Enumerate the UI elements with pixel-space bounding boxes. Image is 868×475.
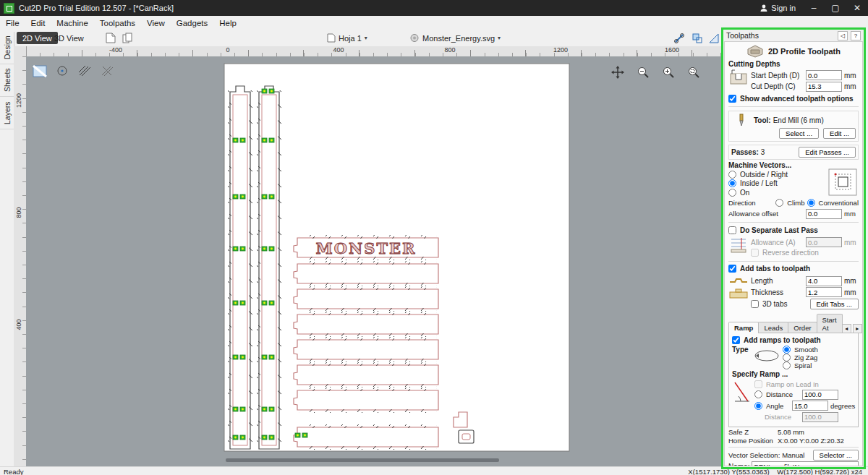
close-button[interactable]: ✕ [846, 0, 868, 16]
sidebar-tab-sheets[interactable]: Sheets [0, 64, 14, 97]
reverse-direction-label: Reverse direction [762, 249, 819, 257]
conventional-radio[interactable] [807, 199, 815, 207]
outside-right-label: Outside / Right [740, 171, 788, 179]
options-tab-strip: Ramp Leads Order Start At ◂ ▸ [728, 314, 859, 333]
ramp-angle-radio[interactable] [754, 402, 762, 410]
specify-ramp-heading: Specify Ramp ... [732, 370, 855, 378]
passes-value: 3 [761, 148, 765, 156]
pin-panel-icon[interactable]: ◁ [838, 31, 848, 40]
import-panel-button[interactable] [32, 64, 48, 78]
tab-3d-view[interactable]: 3D View [48, 32, 90, 44]
tab-ramp[interactable]: Ramp [728, 322, 759, 333]
sheet-selector[interactable]: Hoja 1 ▾ [327, 32, 367, 44]
sign-in-button[interactable]: Sign in [752, 0, 803, 16]
tab-length-input[interactable] [806, 276, 842, 286]
add-tabs-checkbox[interactable] [728, 265, 736, 273]
ruler-label: 1200 [15, 90, 22, 111]
show-advanced-checkbox[interactable] [728, 95, 736, 103]
3d-tabs-checkbox[interactable] [751, 300, 759, 308]
edit-tabs-button[interactable]: Edit Tabs ... [810, 299, 859, 309]
allowance-offset-unit: mm [844, 210, 859, 218]
ramp-smooth-radio[interactable] [783, 346, 791, 354]
menu-machine[interactable]: Machine [51, 17, 93, 29]
guides-button[interactable] [707, 32, 720, 44]
snap-grid-button[interactable] [673, 32, 686, 44]
ramp-lead-in-checkbox[interactable] [754, 380, 762, 388]
cut-depth-input[interactable] [806, 82, 842, 92]
maximize-button[interactable]: ▢ [825, 0, 846, 16]
inside-left-radio[interactable] [728, 179, 736, 187]
crosshatch-fill-button[interactable] [99, 64, 115, 78]
tool-edit-button[interactable]: Edit ... [823, 128, 856, 139]
app-icon [4, 3, 14, 14]
sheet-copy-button[interactable] [121, 32, 134, 44]
page-title: 2D Profile Toolpath [768, 47, 841, 56]
menu-edit[interactable]: Edit [25, 17, 51, 29]
ramp-zigzag-radio[interactable] [783, 354, 791, 361]
guides-icon [708, 33, 720, 44]
outside-right-radio[interactable] [728, 171, 736, 179]
separate-last-pass-checkbox[interactable] [728, 226, 736, 234]
safe-z-value: 5.08 mm [778, 428, 804, 436]
help-icon[interactable]: ? [851, 31, 861, 40]
tool-label: Tool: [754, 116, 771, 124]
monster-logo-text: MONSTER [316, 239, 417, 257]
allowance-offset-input[interactable] [806, 209, 842, 219]
menu-toolpaths[interactable]: Toolpaths [94, 17, 141, 29]
ramp-distance2-input[interactable] [802, 412, 838, 422]
toolpaths-panel-header: Toolpaths ◁ ? [723, 30, 864, 41]
zoom-out-button[interactable] [635, 65, 651, 80]
menu-view[interactable]: View [141, 17, 171, 29]
cad-drawing: MONSTER [26, 56, 722, 466]
last-pass-allowance-input[interactable] [806, 237, 842, 247]
snap-objects-button[interactable] [691, 32, 704, 44]
ramp-angle-input[interactable] [792, 401, 828, 411]
selector-button[interactable]: Selector ... [813, 450, 859, 461]
menu-help[interactable]: Help [213, 17, 242, 29]
on-radio[interactable] [728, 189, 736, 197]
tab-thickness-label: Thickness [751, 288, 804, 296]
page-icon [106, 33, 116, 43]
climb-radio[interactable] [775, 199, 783, 207]
file-selector[interactable]: Monster_Energy.svg ▾ [410, 32, 501, 44]
ramp-type-icon [753, 348, 780, 363]
sheet-selector-label: Hoja 1 [339, 34, 362, 43]
tool-select-button[interactable]: Select ... [779, 128, 819, 139]
menu-file[interactable]: File [0, 17, 25, 29]
toolpaths-panel-title: Toolpaths [726, 31, 759, 40]
zoom-in-button[interactable] [660, 65, 676, 80]
ramp-spiral-radio[interactable] [783, 361, 791, 369]
pan-button[interactable] [610, 65, 626, 80]
home-position-value: X:0.00 Y:0.00 Z:20.32 [778, 437, 844, 445]
drawing-canvas[interactable]: MONSTER [26, 56, 722, 466]
3d-tabs-label: 3D tabs [762, 300, 787, 308]
passes-label: Passes: [731, 148, 759, 156]
snap-center-button[interactable] [54, 64, 70, 78]
toolpath-name-input[interactable] [752, 461, 859, 466]
ramp-distance-radio[interactable] [754, 390, 762, 398]
tab-start-at[interactable]: Start At [817, 314, 843, 333]
zoom-selection-button[interactable] [686, 65, 702, 80]
tab-leads[interactable]: Leads [758, 322, 788, 333]
tab-thickness-input[interactable] [806, 287, 842, 297]
ramp-angle-icon [732, 380, 752, 404]
sidebar-tab-design[interactable]: Design [0, 32, 14, 64]
hatch-fill-button[interactable] [77, 64, 93, 78]
layout-icon [33, 65, 47, 77]
minimize-button[interactable]: – [803, 0, 825, 16]
ramp-spiral-label: Spiral [794, 361, 812, 369]
ramp-distance-input[interactable] [802, 390, 838, 400]
menu-gadgets[interactable]: Gadgets [171, 17, 213, 29]
reverse-direction-checkbox[interactable] [751, 249, 759, 257]
ruler-label: 1200 [553, 46, 568, 54]
tab-order[interactable]: Order [788, 322, 817, 333]
start-depth-input[interactable] [806, 70, 842, 80]
horizontal-scrollbar[interactable] [226, 458, 499, 462]
sidebar-tab-layers[interactable]: Layers [0, 97, 14, 129]
user-icon [760, 4, 768, 12]
sheet-icon-button[interactable] [104, 32, 117, 44]
status-ready: Ready [0, 468, 23, 475]
add-ramps-checkbox[interactable] [732, 336, 740, 344]
ramp-distance2-label: Distance [754, 413, 800, 421]
edit-passes-button[interactable]: Edit Passes ... [799, 147, 856, 158]
